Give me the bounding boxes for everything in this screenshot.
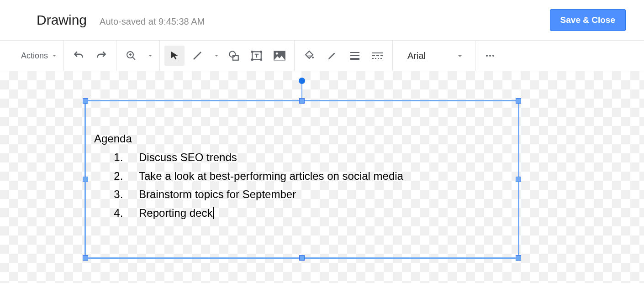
select-tool-button[interactable] xyxy=(164,46,185,66)
caret-down-icon xyxy=(148,55,152,57)
header-left: Drawing Auto-saved at 9:45:38 AM xyxy=(37,12,205,28)
toolbar-group-more xyxy=(475,41,505,71)
list-item: Discuss SEO trends xyxy=(126,148,403,167)
more-horizontal-icon xyxy=(485,50,496,61)
more-button[interactable] xyxy=(480,46,500,66)
toolbar-group-font: Arial xyxy=(393,41,475,71)
caret-down-icon xyxy=(215,55,218,57)
svg-point-26 xyxy=(486,55,488,57)
save-close-button[interactable]: Save & Close xyxy=(550,9,626,31)
zoom-button[interactable] xyxy=(121,46,141,66)
toolbar-group-actions: Actions xyxy=(0,41,64,71)
svg-rect-19 xyxy=(372,55,375,56)
svg-rect-20 xyxy=(376,55,379,56)
actions-menu-button[interactable]: Actions xyxy=(18,46,59,66)
pencil-icon xyxy=(327,51,337,61)
svg-rect-10 xyxy=(251,59,253,61)
textbox-heading: Agenda xyxy=(94,130,403,148)
undo-button[interactable] xyxy=(69,46,89,66)
undo-icon xyxy=(73,50,84,62)
svg-rect-11 xyxy=(260,59,262,61)
list-item: Brainstorm topics for September xyxy=(126,185,403,204)
resize-handle-br[interactable] xyxy=(516,255,521,261)
autosave-status: Auto-saved at 9:45:38 AM xyxy=(100,16,205,27)
redo-icon xyxy=(95,50,107,62)
drawing-canvas[interactable]: Agenda Discuss SEO trends Take a look at… xyxy=(0,71,644,283)
toolbar-group-format xyxy=(295,41,393,71)
toolbar-group-zoom xyxy=(116,41,160,71)
svg-rect-9 xyxy=(260,51,262,52)
redo-button[interactable] xyxy=(91,46,111,66)
resize-handle-tm[interactable] xyxy=(299,98,305,104)
svg-line-4 xyxy=(194,52,201,59)
line-dropdown-button[interactable] xyxy=(210,46,221,66)
line-tool-button[interactable] xyxy=(187,46,207,66)
cursor-icon xyxy=(169,51,179,61)
actions-label: Actions xyxy=(21,51,48,61)
svg-point-28 xyxy=(492,55,494,57)
toolbar-group-undo-redo xyxy=(64,41,116,71)
resize-handle-tr[interactable] xyxy=(516,98,521,104)
svg-rect-15 xyxy=(350,52,359,53)
toolbar-group-tools xyxy=(160,41,295,71)
list-item: Take a look at best-performing articles … xyxy=(126,167,403,186)
caret-down-icon xyxy=(53,55,56,57)
font-name-label: Arial xyxy=(407,51,426,61)
border-color-button[interactable] xyxy=(322,46,342,66)
svg-rect-16 xyxy=(350,55,359,56)
svg-point-13 xyxy=(276,52,278,55)
svg-point-14 xyxy=(312,57,314,58)
line-weight-icon xyxy=(349,51,360,60)
svg-line-1 xyxy=(132,57,135,60)
svg-rect-21 xyxy=(380,55,383,56)
text-cursor xyxy=(213,207,214,219)
resize-handle-bl[interactable] xyxy=(83,255,88,261)
font-family-select[interactable]: Arial xyxy=(397,46,470,66)
fill-color-button[interactable] xyxy=(299,46,319,66)
svg-rect-22 xyxy=(372,58,374,59)
textbox-icon xyxy=(251,50,263,62)
shape-icon xyxy=(228,50,240,62)
resize-handle-ml[interactable] xyxy=(83,177,88,182)
border-weight-button[interactable] xyxy=(345,46,365,66)
toolbar: Actions xyxy=(0,40,644,71)
textbox-list: Discuss SEO trends Take a look at best-p… xyxy=(126,148,403,223)
textbox-content[interactable]: Agenda Discuss SEO trends Take a look at… xyxy=(94,130,403,223)
image-tool-button[interactable] xyxy=(269,46,290,66)
svg-rect-25 xyxy=(380,58,382,59)
svg-rect-24 xyxy=(378,58,379,59)
zoom-dropdown-button[interactable] xyxy=(144,46,155,66)
selected-textbox[interactable]: Agenda Discuss SEO trends Take a look at… xyxy=(84,100,519,259)
rotate-handle-line xyxy=(301,81,302,99)
textbox-tool-button[interactable] xyxy=(247,46,267,66)
dialog-title: Drawing xyxy=(37,12,87,28)
svg-rect-17 xyxy=(350,58,359,60)
svg-point-27 xyxy=(489,55,491,57)
zoom-icon xyxy=(126,50,137,61)
shape-tool-button[interactable] xyxy=(224,46,244,66)
resize-handle-bm[interactable] xyxy=(299,255,305,261)
resize-handle-mr[interactable] xyxy=(516,177,521,182)
dialog-header: Drawing Auto-saved at 9:45:38 AM Save & … xyxy=(0,0,644,40)
list-item: Reporting deck xyxy=(126,204,403,223)
resize-handle-tl[interactable] xyxy=(83,98,88,104)
image-icon xyxy=(273,50,286,61)
svg-rect-18 xyxy=(372,52,383,53)
paint-bucket-icon xyxy=(304,50,315,61)
border-dash-button[interactable] xyxy=(368,46,388,66)
line-icon xyxy=(192,50,203,61)
caret-down-icon xyxy=(458,55,462,57)
svg-rect-8 xyxy=(251,51,253,52)
rotate-handle[interactable] xyxy=(299,78,305,84)
svg-rect-23 xyxy=(375,58,376,59)
line-dash-icon xyxy=(372,52,384,60)
